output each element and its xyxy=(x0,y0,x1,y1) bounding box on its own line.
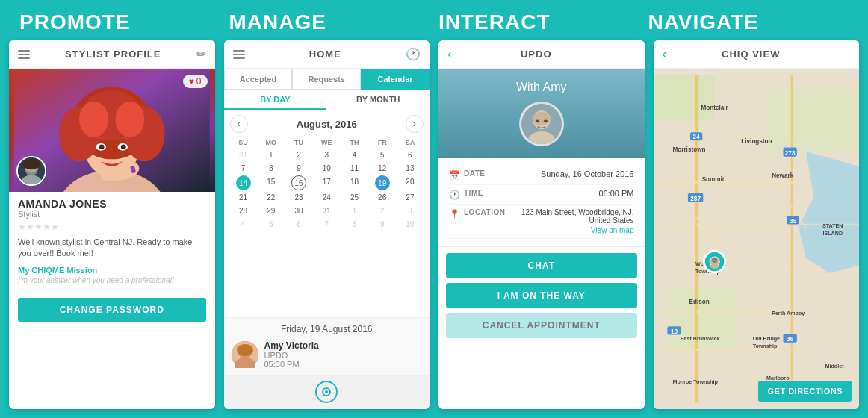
appointment-avatar xyxy=(232,341,258,368)
calendar-day[interactable]: 24 xyxy=(313,191,340,204)
calendar-day[interactable]: 9 xyxy=(369,218,396,231)
location-value: 123 Main Street, Woodbridge, NJ, United … xyxy=(505,208,634,225)
edit-icon[interactable]: ✏ xyxy=(196,47,206,61)
day-header-th: TH xyxy=(341,137,368,148)
bottom-circle-icon[interactable] xyxy=(315,381,338,403)
calendar-tab[interactable]: Calendar xyxy=(361,69,430,90)
calendar-day[interactable]: 22 xyxy=(258,191,285,204)
requests-tab[interactable]: Requests xyxy=(292,69,361,90)
time-label: TIME xyxy=(464,189,505,197)
calendar-day[interactable]: 8 xyxy=(341,218,368,231)
calendar-day[interactable]: 27 xyxy=(397,191,424,204)
svg-rect-38 xyxy=(790,75,793,403)
interact-panel-header: ‹ UPDO xyxy=(438,40,645,69)
appointment-name: Amy Victoria xyxy=(264,340,423,351)
clock-icon[interactable]: 🕐 xyxy=(406,47,421,61)
svg-text:36: 36 xyxy=(787,336,794,343)
calendar-detail-icon: 📅 xyxy=(449,170,464,181)
cancel-appointment-button[interactable]: CANCEL APPOINTMENT xyxy=(446,313,637,338)
calendar-day[interactable]: 23 xyxy=(285,191,312,204)
calendar-day[interactable]: 30 xyxy=(285,205,312,217)
svg-text:Morristown: Morristown xyxy=(672,146,705,153)
calendar-day[interactable]: 14 xyxy=(236,175,251,190)
calendar-day[interactable]: 16 xyxy=(291,175,306,190)
calendar-day[interactable]: 21 xyxy=(230,191,257,204)
svg-text:Edison: Edison xyxy=(689,299,709,305)
home-header-title: HOME xyxy=(245,49,406,60)
svg-rect-40 xyxy=(654,181,806,183)
svg-point-20 xyxy=(22,159,40,169)
calendar-day[interactable]: 31 xyxy=(313,205,340,217)
calendar-day[interactable]: 19 xyxy=(375,175,390,190)
svg-point-32 xyxy=(543,120,547,123)
calendar-day[interactable]: 9 xyxy=(285,162,312,175)
svg-point-12 xyxy=(99,144,105,149)
panel-bottom-area xyxy=(224,375,430,409)
svg-text:Summit: Summit xyxy=(701,176,724,183)
calendar-day[interactable]: 3 xyxy=(397,205,424,217)
action-buttons-container: CHAT I AM ON THE WAY CANCEL APPOINTMENT xyxy=(438,247,645,344)
calendar-grid: SU MO TU WE TH FR SA 3112345678910111213… xyxy=(230,137,424,231)
svg-point-29 xyxy=(532,112,551,125)
menu-icon[interactable] xyxy=(18,50,30,59)
chat-button[interactable]: CHAT xyxy=(446,253,637,278)
svg-text:Livingston: Livingston xyxy=(741,138,772,145)
by-month-button[interactable]: BY MONTH xyxy=(326,90,430,110)
calendar-day[interactable]: 10 xyxy=(397,218,424,231)
calendar-day[interactable]: 8 xyxy=(258,162,285,175)
calendar-day[interactable]: 4 xyxy=(230,218,257,231)
calendar-day[interactable]: 11 xyxy=(341,162,368,175)
calendar-day[interactable]: 18 xyxy=(341,175,368,190)
day-header-we: WE xyxy=(313,137,340,148)
calendar-day[interactable]: 4 xyxy=(341,149,368,161)
calendar-day[interactable]: 1 xyxy=(258,149,285,161)
i-am-on-the-way-button[interactable]: I AM ON THE WAY xyxy=(446,283,637,308)
calendar-day[interactable]: 7 xyxy=(230,162,257,175)
change-password-button[interactable]: CHANGE PASSWORD xyxy=(18,298,206,322)
day-header-tu: TU xyxy=(285,137,312,148)
calendar-day[interactable]: 15 xyxy=(258,175,285,190)
calendar-day[interactable]: 12 xyxy=(369,162,396,175)
calendar-day[interactable]: 17 xyxy=(313,175,340,190)
by-day-button[interactable]: BY DAY xyxy=(224,90,327,110)
calendar-day[interactable]: 31 xyxy=(230,149,257,161)
svg-rect-39 xyxy=(654,136,860,137)
calendar-day[interactable]: 6 xyxy=(397,149,424,161)
navigate-panel: ‹ CHIQ VIEW xyxy=(654,40,860,409)
svg-text:East Brunswick: East Brunswick xyxy=(680,336,719,342)
next-month-button[interactable]: › xyxy=(406,115,424,133)
get-directions-button[interactable]: GET DIRECTIONS xyxy=(758,381,852,402)
calendar-day[interactable]: 7 xyxy=(313,218,340,231)
appointment-item: Amy Victoria UPDO 05:30 PM xyxy=(232,340,423,369)
home-menu-icon[interactable] xyxy=(233,50,245,59)
calendar-day[interactable]: 20 xyxy=(397,175,424,190)
svg-text:287: 287 xyxy=(690,196,701,202)
calendar-day[interactable]: 5 xyxy=(369,149,396,161)
calendar-day[interactable]: 5 xyxy=(258,218,285,231)
svg-point-31 xyxy=(536,120,539,123)
day-header-sa: SA xyxy=(397,137,424,148)
calendar-day[interactable]: 2 xyxy=(369,205,396,217)
date-value: Sunday, 16 October 2016 xyxy=(505,169,634,178)
calendar-day[interactable]: 26 xyxy=(369,191,396,204)
calendar-day[interactable]: 3 xyxy=(313,149,340,161)
navigate-panel-header: ‹ CHIQ VIEW xyxy=(654,40,860,69)
accepted-tab[interactable]: Accepted xyxy=(224,69,293,90)
profile-name: AMANDA JONES xyxy=(18,198,206,210)
manage-section-label: MANAGE xyxy=(225,10,435,34)
calendar-day[interactable]: 10 xyxy=(313,162,340,175)
calendar-day[interactable]: 28 xyxy=(230,205,257,217)
calendar-day[interactable]: 29 xyxy=(258,205,285,217)
calendar-container: ‹ August, 2016 › SU MO TU WE TH FR SA 31… xyxy=(224,110,430,317)
calendar-day[interactable]: 2 xyxy=(285,149,312,161)
calendar-day[interactable]: 25 xyxy=(341,191,368,204)
calendar-day[interactable]: 13 xyxy=(397,162,424,175)
promote-panel: STYLIST PROFILE ✏ xyxy=(9,40,215,409)
view-on-map-link[interactable]: View on map xyxy=(449,226,634,234)
mission-label[interactable]: My CHIQME Mission xyxy=(18,266,206,275)
calendar-day[interactable]: 1 xyxy=(341,205,368,217)
calendar-day[interactable]: 6 xyxy=(285,218,312,231)
prev-month-button[interactable]: ‹ xyxy=(230,115,248,133)
time-detail-row: 🕐 TIME 06:00 PM xyxy=(449,185,634,205)
manage-panel: HOME 🕐 Accepted Requests Calendar BY DAY… xyxy=(224,40,430,409)
